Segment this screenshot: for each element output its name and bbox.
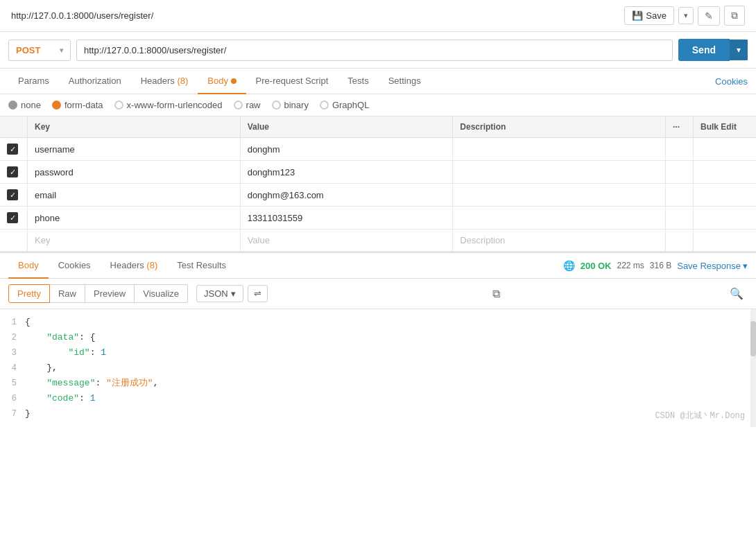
copy-response-button[interactable]: ⧉ [488, 285, 504, 303]
row2-checkbox[interactable]: ✓ [7, 166, 18, 177]
radio-binary[interactable]: binary [272, 100, 309, 110]
body-type-row: none form-data x-www-form-urlencoded raw… [0, 94, 756, 116]
scrollbar-thumb[interactable] [750, 321, 756, 356]
row2-checkbox-cell[interactable]: ✓ [0, 161, 28, 183]
table-row: ✓ phone 13311031559 [0, 207, 756, 229]
row3-checkbox-cell[interactable]: ✓ [0, 184, 28, 206]
empty-desc-cell[interactable]: Description [453, 229, 666, 251]
row4-checkbox-cell[interactable]: ✓ [0, 207, 28, 229]
code-line-6: 6 "code": 1 [0, 391, 756, 406]
request-body-table: Key Value Description ··· Bulk Edit ✓ us… [0, 116, 756, 252]
scrollbar-track[interactable] [750, 309, 756, 427]
format-tab-preview[interactable]: Preview [85, 284, 135, 303]
tab-params[interactable]: Params [8, 69, 59, 94]
method-label: POST [16, 45, 40, 55]
response-tab-cookies[interactable]: Cookies [49, 253, 101, 279]
row2-bulk-cell [694, 161, 756, 183]
tab-headers[interactable]: Headers (8) [131, 69, 198, 94]
row4-value-cell[interactable]: 13311031559 [241, 207, 454, 229]
radio-none-dot [8, 101, 17, 110]
save-label: Save [646, 10, 667, 21]
table-row: ✓ email donghm@163.com [0, 184, 756, 207]
row1-more-cell [666, 138, 694, 160]
response-section: Body Cookies Headers (8) Test Results 🌐 … [0, 252, 756, 427]
search-response-button[interactable]: 🔍 [725, 284, 748, 303]
copy-button[interactable]: ⧉ [724, 6, 745, 26]
row1-checkbox-cell[interactable]: ✓ [0, 138, 28, 160]
row4-key-cell[interactable]: phone [28, 207, 241, 229]
row4-more-cell [666, 207, 694, 229]
row4-checkbox[interactable]: ✓ [7, 212, 18, 223]
radio-graphql[interactable]: GraphQL [320, 100, 369, 110]
request-tabs: Params Authorization Headers (8) Body Pr… [0, 69, 756, 94]
code-line-2: 2 "data": { [0, 330, 756, 345]
tab-settings[interactable]: Settings [379, 69, 431, 94]
response-tab-test-results[interactable]: Test Results [167, 253, 236, 279]
save-response-button[interactable]: Save Response ▾ [677, 261, 748, 271]
tab-body[interactable]: Body [198, 69, 246, 94]
tab-authorization[interactable]: Authorization [59, 69, 131, 94]
filter-button[interactable]: ⇌ [248, 285, 268, 302]
code-line-7: 7 } [0, 406, 756, 422]
row1-desc-cell[interactable] [453, 138, 666, 160]
status-info: 🌐 200 OK 222 ms 316 B Save Response ▾ [563, 260, 748, 271]
row3-bulk-cell [694, 184, 756, 206]
tab-pre-request[interactable]: Pre-request Script [246, 69, 338, 94]
send-button-group: Send ▾ [678, 39, 748, 61]
save-response-arrow: ▾ [743, 261, 748, 271]
row1-value-cell[interactable]: donghm [241, 138, 454, 160]
empty-value-placeholder: Value [248, 235, 270, 245]
response-tab-headers[interactable]: Headers (8) [101, 253, 168, 279]
row3-key-cell[interactable]: email [28, 184, 241, 206]
radio-none[interactable]: none [8, 100, 41, 110]
radio-binary-dot [272, 101, 281, 110]
col-header-checkbox [0, 116, 28, 137]
empty-value-cell[interactable]: Value [241, 229, 454, 251]
send-dropdown-button[interactable]: ▾ [730, 40, 748, 60]
response-tabs: Body Cookies Headers (8) Test Results 🌐 … [0, 253, 756, 279]
code-line-3: 3 "id": 1 [0, 345, 756, 361]
radio-graphql-dot [320, 101, 329, 110]
empty-key-cell[interactable]: Key [28, 229, 241, 251]
tab-tests[interactable]: Tests [338, 69, 378, 94]
save-icon: 💾 [632, 10, 643, 21]
radio-urlencoded-label: x-www-form-urlencoded [127, 100, 223, 110]
response-tab-body[interactable]: Body [8, 253, 49, 279]
row4-value: 13311031559 [248, 213, 303, 223]
row2-value-cell[interactable]: donghm123 [241, 161, 454, 183]
row4-desc-cell[interactable] [453, 207, 666, 229]
row1-checkbox[interactable]: ✓ [7, 144, 18, 155]
method-select[interactable]: POST ▾ [8, 40, 71, 61]
format-tab-raw[interactable]: Raw [50, 284, 85, 303]
save-button[interactable]: 💾 Save [624, 6, 674, 25]
empty-key-placeholder: Key [35, 235, 50, 245]
radio-raw[interactable]: raw [234, 100, 261, 110]
radio-form-data[interactable]: form-data [52, 100, 103, 110]
row1-bulk-cell [694, 138, 756, 160]
cookies-link[interactable]: Cookies [715, 76, 748, 87]
send-button[interactable]: Send [678, 39, 730, 61]
save-dropdown-button[interactable]: ▾ [678, 7, 694, 24]
format-tab-visualize[interactable]: Visualize [135, 284, 188, 303]
edit-button[interactable]: ✎ [698, 6, 720, 26]
json-format-dropdown-icon: ▾ [231, 288, 236, 299]
status-code: 200 OK [581, 261, 612, 271]
table-row: ✓ password donghm123 [0, 161, 756, 184]
row3-checkbox[interactable]: ✓ [7, 189, 18, 200]
code-line-4: 4 }, [0, 361, 756, 376]
row2-desc-cell[interactable] [453, 161, 666, 183]
table-row: ✓ username donghm [0, 138, 756, 161]
row3-desc-cell[interactable] [453, 184, 666, 206]
top-bar-actions: 💾 Save ▾ ✎ ⧉ [624, 6, 745, 26]
url-input[interactable] [76, 40, 673, 61]
row3-value-cell[interactable]: donghm@163.com [241, 184, 454, 206]
format-tab-pretty[interactable]: Pretty [8, 284, 50, 303]
method-dropdown-icon: ▾ [60, 46, 63, 54]
table-row-empty[interactable]: Key Value Description [0, 229, 756, 252]
row2-key-cell[interactable]: password [28, 161, 241, 183]
row1-key-cell[interactable]: username [28, 138, 241, 160]
col-header-value: Value [241, 116, 454, 137]
json-format-select[interactable]: JSON ▾ [196, 285, 243, 302]
radio-urlencoded[interactable]: x-www-form-urlencoded [114, 100, 223, 110]
col-header-description: Description [453, 116, 666, 137]
